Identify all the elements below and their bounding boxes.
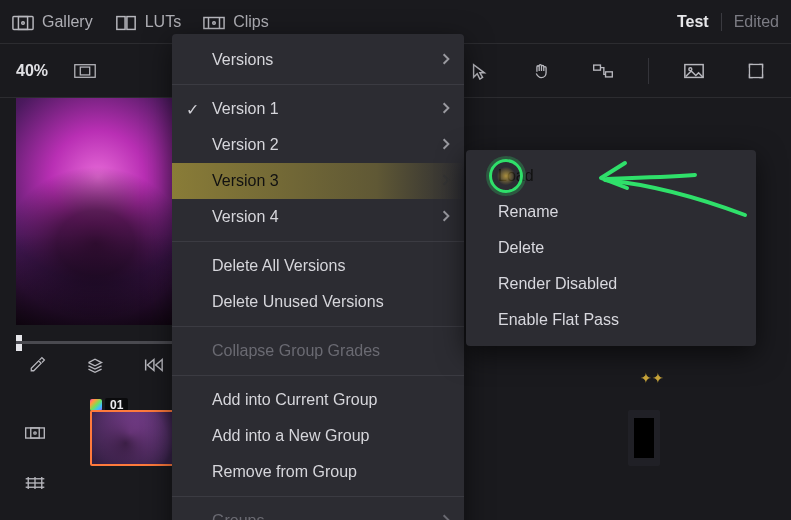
chevron-right-icon [440, 208, 452, 226]
nav-gallery[interactable]: Gallery [12, 13, 93, 31]
menu-collapse-group: Collapse Group Grades [172, 333, 464, 369]
svg-rect-17 [31, 428, 39, 438]
image-tool-icon[interactable] [677, 56, 711, 86]
menu-separator [172, 375, 464, 376]
chevron-right-icon [440, 172, 452, 190]
menu-add-current-group[interactable]: Add into Current Group [172, 382, 464, 418]
menu-groups[interactable]: Groups [172, 503, 464, 520]
eyedropper-icon[interactable] [20, 350, 54, 380]
svg-rect-16 [26, 428, 45, 438]
menu-groups-label: Groups [212, 512, 264, 520]
annotation-arrow [595, 145, 755, 235]
menu-remove-group[interactable]: Remove from Group [172, 454, 464, 490]
project-status: Edited [734, 13, 779, 31]
menu-version-3-label: Version 3 [212, 172, 279, 190]
nav-clips[interactable]: Clips [203, 13, 269, 31]
top-nav-left: Gallery LUTs Clips [12, 13, 269, 31]
luts-icon [115, 14, 137, 30]
strip-mode-b-icon[interactable] [18, 468, 52, 498]
menu-versions-label: Versions [212, 51, 273, 69]
svg-rect-12 [606, 71, 613, 76]
check-icon: ✓ [186, 100, 199, 119]
svg-rect-0 [13, 16, 33, 29]
nav-luts-label: LUTs [145, 13, 181, 31]
sparkle-icon: ✦✦ [640, 370, 664, 386]
expand-tool-icon[interactable] [739, 56, 773, 86]
menu-versions[interactable]: Versions [172, 42, 464, 78]
menu-separator [172, 84, 464, 85]
svg-rect-4 [127, 16, 135, 29]
chevron-right-icon [440, 100, 452, 118]
divider [648, 58, 649, 84]
nav-luts[interactable]: LUTs [115, 13, 181, 31]
next-clip[interactable]: ✦✦ [628, 410, 660, 466]
fit-icon[interactable] [60, 56, 110, 86]
menu-version-4-label: Version 4 [212, 208, 279, 226]
menu-version-2[interactable]: Version 2 [172, 127, 464, 163]
clips-icon [203, 14, 225, 30]
svg-rect-1 [18, 16, 27, 29]
menu-collapse-group-label: Collapse Group Grades [212, 342, 380, 360]
pointer-tool-icon[interactable] [462, 56, 496, 86]
menu-delete-unused-label: Delete Unused Versions [212, 293, 384, 311]
menu-separator [172, 326, 464, 327]
submenu-enable-flat-pass-label: Enable Flat Pass [498, 311, 619, 328]
chevron-right-icon [440, 512, 452, 520]
submenu-enable-flat-pass[interactable]: Enable Flat Pass [466, 302, 756, 338]
menu-remove-group-label: Remove from Group [212, 463, 357, 481]
svg-rect-15 [749, 64, 762, 77]
menu-separator [172, 496, 464, 497]
nav-clips-label: Clips [233, 13, 269, 31]
gallery-icon [12, 14, 34, 30]
svg-rect-11 [594, 65, 601, 70]
menu-version-3[interactable]: Version 3 [172, 163, 464, 199]
context-menu: Versions ✓ Version 1 Version 2 Version 3… [172, 34, 464, 520]
project-title: Test [677, 13, 709, 31]
menu-delete-all-label: Delete All Versions [212, 257, 345, 275]
svg-rect-5 [204, 17, 224, 28]
top-nav-right: Test Edited [677, 13, 779, 31]
menu-delete-all[interactable]: Delete All Versions [172, 248, 464, 284]
menu-delete-unused[interactable]: Delete Unused Versions [172, 284, 464, 320]
divider [721, 13, 722, 31]
nav-gallery-label: Gallery [42, 13, 93, 31]
skip-back-icon[interactable] [136, 350, 170, 380]
menu-add-current-group-label: Add into Current Group [212, 391, 377, 409]
chevron-right-icon [440, 136, 452, 154]
submenu-render-disabled-label: Render Disabled [498, 275, 617, 292]
strip-mode-a-icon[interactable] [18, 418, 52, 448]
submenu-delete-label: Delete [498, 239, 544, 256]
hand-tool-icon[interactable] [524, 56, 558, 86]
menu-version-4[interactable]: Version 4 [172, 199, 464, 235]
menu-version-1[interactable]: ✓ Version 1 [172, 91, 464, 127]
chevron-right-icon [440, 51, 452, 69]
zoom-level[interactable]: 40% [16, 62, 48, 80]
svg-point-18 [34, 432, 36, 434]
svg-rect-3 [117, 16, 125, 29]
node-tool-icon[interactable] [586, 56, 620, 86]
submenu-delete[interactable]: Delete [466, 230, 756, 266]
submenu-rename-label: Rename [498, 203, 558, 220]
annotation-ring [489, 159, 523, 193]
menu-version-1-label: Version 1 [212, 100, 279, 118]
strip-mode-icons [18, 418, 52, 498]
submenu-render-disabled[interactable]: Render Disabled [466, 266, 756, 302]
toolbar-right [462, 44, 773, 97]
menu-version-2-label: Version 2 [212, 136, 279, 154]
layers-icon[interactable] [78, 350, 112, 380]
menu-add-new-group[interactable]: Add into a New Group [172, 418, 464, 454]
menu-separator [172, 241, 464, 242]
svg-point-2 [22, 21, 25, 24]
svg-point-8 [213, 21, 216, 24]
svg-rect-10 [80, 67, 89, 75]
menu-add-new-group-label: Add into a New Group [212, 427, 369, 445]
